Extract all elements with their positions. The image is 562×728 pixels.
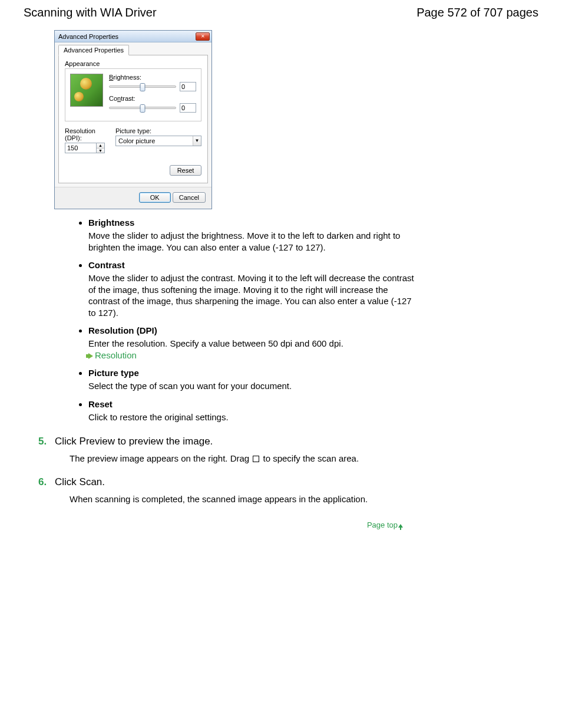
contrast-input[interactable]: 0 bbox=[180, 103, 196, 113]
close-icon[interactable] bbox=[196, 32, 210, 41]
appearance-label: Appearance bbox=[65, 60, 201, 67]
list-item: Reset Click to restore the original sett… bbox=[88, 399, 421, 423]
step-number: 5. bbox=[38, 436, 50, 447]
list-item: Resolution (DPI) Enter the resolution. S… bbox=[88, 325, 421, 361]
reset-button[interactable]: Reset bbox=[170, 165, 201, 176]
picture-type-label: Picture type: bbox=[115, 127, 201, 134]
contrast-slider[interactable] bbox=[109, 107, 176, 109]
step-title: Click Preview to preview the image. bbox=[55, 436, 213, 447]
resolution-field[interactable] bbox=[65, 143, 97, 153]
resolution-link[interactable]: Resolution bbox=[95, 350, 137, 360]
item-body: Click to restore the original settings. bbox=[88, 411, 421, 423]
spin-down-icon[interactable]: ▼ bbox=[97, 149, 104, 153]
chevron-down-icon[interactable]: ▼ bbox=[193, 136, 201, 146]
brightness-slider[interactable] bbox=[109, 85, 176, 88]
cancel-button[interactable]: Cancel bbox=[173, 192, 206, 203]
tab-advanced-properties[interactable]: Advanced Properties bbox=[58, 45, 129, 55]
item-title: Brightness bbox=[88, 218, 134, 228]
advanced-properties-dialog: Advanced Properties Advanced Properties … bbox=[54, 30, 212, 209]
resolution-input[interactable]: ▲ ▼ bbox=[65, 143, 110, 153]
page-title: Scanning with WIA Driver bbox=[24, 6, 157, 19]
page-header: Scanning with WIA Driver Page 572 of 707… bbox=[24, 6, 538, 19]
preview-thumbnail bbox=[70, 74, 103, 107]
step-6: 6. Click Scan. bbox=[38, 476, 538, 488]
crop-handle-icon bbox=[253, 456, 259, 462]
list-item: Contrast Move the slider to adjust the c… bbox=[88, 260, 421, 318]
brightness-input[interactable]: 0 bbox=[180, 82, 196, 91]
list-item: Brightness Move the slider to adjust the… bbox=[88, 218, 421, 253]
page-number: Page 572 of 707 pages bbox=[416, 6, 538, 19]
item-body: Enter the resolution. Specify a value be… bbox=[88, 338, 421, 361]
dialog-titlebar: Advanced Properties bbox=[55, 31, 211, 42]
item-body: Select the type of scan you want for you… bbox=[88, 380, 421, 392]
item-body: Move the slider to adjust the brightness… bbox=[88, 230, 421, 253]
ok-button[interactable]: OK bbox=[139, 192, 171, 203]
item-title: Resolution (DPI) bbox=[88, 325, 157, 335]
brightness-label: Brightness: bbox=[109, 74, 141, 81]
list-item: Picture type Select the type of scan you… bbox=[88, 368, 421, 392]
item-title: Reset bbox=[88, 399, 113, 409]
item-body: Move the slider to adjust the contrast. … bbox=[88, 272, 421, 318]
item-title: Picture type bbox=[88, 368, 139, 378]
spin-up-icon[interactable]: ▲ bbox=[97, 143, 104, 149]
picture-type-select[interactable]: Color picture ▼ bbox=[115, 136, 201, 146]
step-5: 5. Click Preview to preview the image. bbox=[38, 436, 538, 447]
dialog-title: Advanced Properties bbox=[58, 33, 118, 40]
arrow-up-icon bbox=[398, 524, 403, 528]
step-title: Click Scan. bbox=[55, 476, 105, 488]
step-subtext: The preview image appears on the right. … bbox=[70, 453, 538, 463]
resolution-label: Resolution (DPI): bbox=[65, 127, 110, 141]
page-top-link[interactable]: Page top bbox=[24, 521, 403, 529]
arrow-right-icon bbox=[88, 353, 93, 359]
step-number: 6. bbox=[38, 476, 50, 488]
contrast-label: Contrast: bbox=[109, 95, 135, 102]
step-subtext: When scanning is completed, the scanned … bbox=[70, 494, 538, 504]
item-title: Contrast bbox=[88, 260, 125, 270]
